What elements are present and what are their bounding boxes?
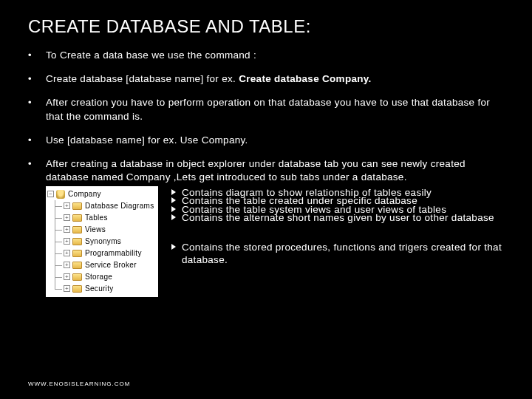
chevron-right-icon (171, 214, 176, 220)
tree-item-label: Service Broker (85, 260, 137, 270)
description-item: Contains the alternate short names given… (171, 211, 504, 225)
bullet-marker: • (28, 96, 46, 123)
bullet-marker: • (28, 157, 46, 296)
folder-icon (72, 238, 82, 245)
tree-item-label: Programmability (85, 248, 142, 259)
expand-icon[interactable]: + (64, 214, 70, 221)
database-icon (56, 190, 65, 199)
expand-icon[interactable]: + (64, 202, 70, 209)
expand-icon[interactable]: + (64, 238, 70, 245)
folder-icon (72, 250, 82, 257)
bullet-marker: • (28, 134, 46, 147)
bullet-text: To Create a data base we use the command… (46, 49, 504, 62)
text-bold: Create database Company. (239, 73, 372, 84)
tree-item-label: Views (85, 225, 106, 235)
folder-icon (72, 285, 82, 293)
object-explorer-tree: − Company +Database Diagrams +Tables +Vi… (46, 186, 158, 297)
description-item: Contains the stored procedures, function… (171, 241, 504, 267)
tree-item-label: Synonyms (85, 236, 121, 247)
bullet-item: • To Create a data base we use the comma… (28, 49, 504, 62)
folder-icon (72, 202, 82, 210)
tree-item-label: Storage (85, 272, 112, 282)
slide: CREATE DATABASE AND TABLE: • To Create a… (0, 0, 532, 315)
expand-icon[interactable]: + (64, 262, 70, 268)
tree-item-views[interactable]: +Views (47, 224, 157, 236)
collapse-icon[interactable]: − (47, 191, 54, 197)
expand-icon[interactable]: + (64, 250, 70, 256)
expand-icon[interactable]: + (64, 285, 70, 292)
description-text: Contains the alternate short names given… (182, 212, 494, 223)
folder-icon (72, 273, 82, 281)
bullet-text: After creating a database in object expl… (46, 158, 466, 183)
descriptions: Contains diagram to show relationship of… (171, 186, 504, 297)
bullet-item: • Use [database name] for ex. Use Compan… (28, 134, 504, 147)
tree-item-label: Tables (85, 213, 108, 223)
tree-item-synonyms[interactable]: +Synonyms (47, 236, 157, 248)
bullet-content: After creating a database in object expl… (46, 157, 504, 296)
bullet-text: Create database [database name] for ex. … (46, 72, 504, 86)
tree-item-database-diagrams[interactable]: +Database Diagrams (47, 200, 157, 212)
text-regular: Create database [database name] for ex. (46, 73, 239, 84)
expand-icon[interactable]: + (64, 273, 70, 280)
tree-item-label: Database Diagrams (85, 201, 154, 211)
tree-root-label: Company (68, 189, 101, 200)
tree-item-programmability[interactable]: +Programmability (47, 248, 157, 259)
tree-item-service-broker[interactable]: +Service Broker (47, 259, 157, 271)
bullet-item: • After creation you have to perform ope… (28, 96, 504, 123)
tree-item-storage[interactable]: +Storage (47, 271, 157, 283)
folder-icon (72, 214, 82, 222)
slide-title: CREATE DATABASE AND TABLE: (28, 16, 504, 37)
tree-item-label: Security (85, 284, 114, 294)
folder-icon (72, 262, 82, 269)
explorer-row: − Company +Database Diagrams +Tables +Vi… (46, 186, 504, 297)
footer-url: WWW.ENOSISLEARNING.COM (28, 381, 130, 387)
bullet-item: • After creating a database in object ex… (28, 157, 504, 296)
bullet-marker: • (28, 72, 46, 86)
bullet-marker: • (28, 49, 46, 62)
bullet-item: • Create database [database name] for ex… (28, 72, 504, 86)
expand-icon[interactable]: + (64, 226, 70, 233)
bullet-text: After creation you have to perform opera… (46, 96, 504, 123)
bullet-text: Use [database name] for ex. Use Company. (46, 134, 504, 147)
tree-item-security[interactable]: +Security (47, 283, 157, 295)
tree-root[interactable]: − Company (47, 188, 157, 200)
tree-item-tables[interactable]: +Tables (47, 212, 157, 224)
folder-icon (72, 226, 82, 233)
bullet-list: • To Create a data base we use the comma… (28, 49, 504, 297)
chevron-right-icon (171, 244, 176, 250)
description-text: Contains the stored procedures, function… (182, 242, 502, 266)
